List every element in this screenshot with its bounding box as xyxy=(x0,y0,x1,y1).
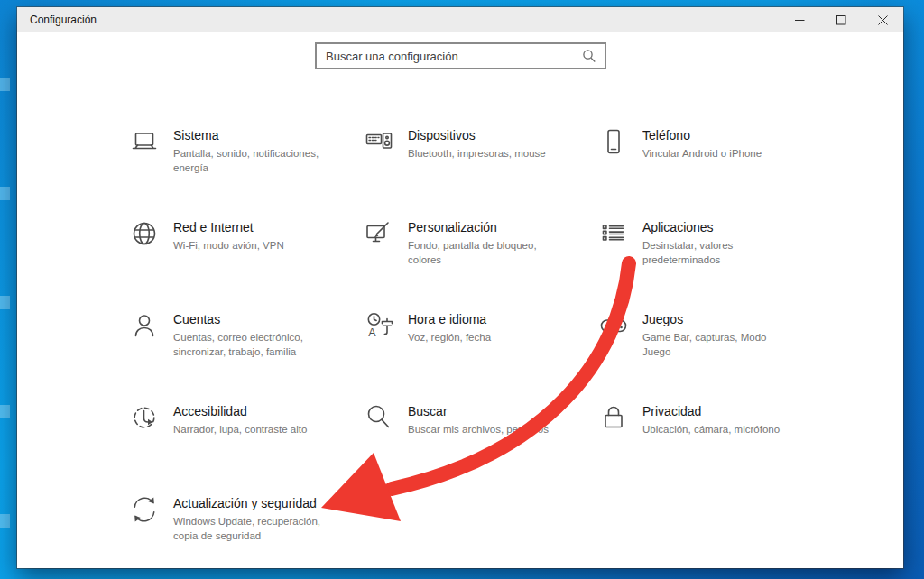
tile-devices[interactable]: Dispositivos Bluetooth, impresoras, mous… xyxy=(364,122,598,214)
tile-title: Personalización xyxy=(408,219,567,235)
tile-apps[interactable]: Aplicaciones Desinstalar, valores predet… xyxy=(598,214,833,306)
privacy-lock-icon xyxy=(598,398,631,490)
tile-title: Accesibilidad xyxy=(173,403,332,419)
tile-subtitle: Voz, región, fecha xyxy=(408,330,567,345)
search-input[interactable] xyxy=(317,50,582,63)
update-sync-icon xyxy=(129,490,162,579)
tile-subtitle: Buscar mis archivos, permisos xyxy=(408,422,567,437)
time-language-icon: A xyxy=(364,306,396,398)
tile-privacy[interactable]: Privacidad Ubicación, cámara, micrófono xyxy=(598,398,833,490)
tile-title: Sistema xyxy=(173,127,332,143)
settings-grid: Sistema Pantalla, sonido, notificaciones… xyxy=(129,122,833,579)
tile-title: Buscar xyxy=(408,403,567,419)
settings-window: Configuración xyxy=(17,7,903,568)
tile-subtitle: Desinstalar, valores predeterminados xyxy=(642,238,801,267)
tile-personalization[interactable]: Personalización Fondo, pantalla de bloqu… xyxy=(364,214,598,306)
window-title: Configuración xyxy=(30,14,97,26)
tile-subtitle: Vincular Android o iPhone xyxy=(642,146,801,161)
tile-update-security[interactable]: Actualización y seguridad Windows Update… xyxy=(129,490,364,579)
system-icon xyxy=(129,122,162,214)
accessibility-icon xyxy=(129,398,162,490)
tile-title: Dispositivos xyxy=(408,127,567,143)
wallpaper-highlight xyxy=(0,187,10,200)
tile-subtitle: Narrador, lupa, contraste alto xyxy=(173,422,332,437)
wallpaper-highlight xyxy=(0,514,10,528)
search-box[interactable] xyxy=(315,42,606,69)
tile-system[interactable]: Sistema Pantalla, sonido, notificaciones… xyxy=(129,122,364,214)
personalization-icon xyxy=(364,214,396,306)
tile-title: Privacidad xyxy=(642,403,801,419)
wallpaper-highlight xyxy=(0,405,10,418)
apps-list-icon xyxy=(598,214,631,306)
network-globe-icon xyxy=(129,214,162,306)
maximize-button[interactable] xyxy=(820,7,862,32)
close-button[interactable] xyxy=(862,7,903,32)
tile-title: Teléfono xyxy=(642,127,801,143)
svg-text:A: A xyxy=(368,326,376,339)
tile-subtitle: Cuentas, correo electrónico, sincronizar… xyxy=(173,330,332,359)
wallpaper-highlight xyxy=(0,296,10,309)
tile-accessibility[interactable]: Accesibilidad Narrador, lupa, contraste … xyxy=(129,398,364,490)
tile-subtitle: Game Bar, capturas, Modo Juego xyxy=(642,330,801,359)
gamepad-icon xyxy=(598,306,631,398)
window-controls xyxy=(779,7,903,32)
tile-title: Aplicaciones xyxy=(642,219,801,235)
tile-subtitle: Ubicación, cámara, micrófono xyxy=(642,422,801,437)
tile-subtitle: Bluetooth, impresoras, mouse xyxy=(408,146,567,161)
tile-title: Juegos xyxy=(642,311,801,327)
minimize-button[interactable] xyxy=(779,7,820,32)
tile-gaming[interactable]: Juegos Game Bar, capturas, Modo Juego xyxy=(598,306,833,398)
close-icon xyxy=(878,15,888,25)
tile-network[interactable]: Red e Internet Wi-Fi, modo avión, VPN xyxy=(129,214,364,306)
tile-accounts[interactable]: Cuentas Cuentas, correo electrónico, sin… xyxy=(129,306,364,398)
tile-subtitle: Windows Update, recuperación, copia de s… xyxy=(173,514,332,543)
search-icon xyxy=(364,398,396,490)
desktop-wallpaper: Configuración xyxy=(0,0,924,579)
tile-search[interactable]: Buscar Buscar mis archivos, permisos xyxy=(364,398,598,490)
tile-title: Actualización y seguridad xyxy=(173,495,332,511)
tile-time-language[interactable]: A Hora e idioma Voz, región, fecha xyxy=(364,306,598,398)
title-bar[interactable]: Configuración xyxy=(17,7,903,32)
search-icon[interactable] xyxy=(582,49,596,63)
tile-title: Cuentas xyxy=(173,311,332,327)
tile-subtitle: Wi-Fi, modo avión, VPN xyxy=(173,238,332,253)
minimize-icon xyxy=(795,15,805,25)
tile-subtitle: Pantalla, sonido, notificaciones, energí… xyxy=(173,146,332,175)
tile-title: Red e Internet xyxy=(173,219,332,235)
phone-icon xyxy=(598,122,631,214)
tile-subtitle: Fondo, pantalla de bloqueo, colores xyxy=(408,238,567,267)
accounts-person-icon xyxy=(129,306,162,398)
tile-title: Hora e idioma xyxy=(408,311,567,327)
tile-phone[interactable]: Teléfono Vincular Android o iPhone xyxy=(598,122,833,214)
maximize-icon xyxy=(836,15,846,25)
wallpaper-highlight xyxy=(0,78,10,91)
devices-icon xyxy=(364,122,396,214)
